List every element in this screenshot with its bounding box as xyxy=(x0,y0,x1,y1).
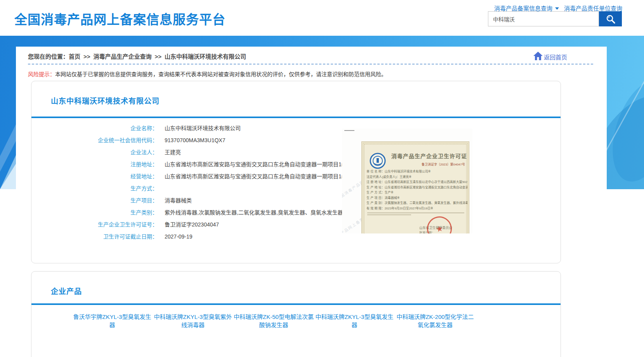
page-root: O OH 全国消毒产品网上备案信息服务平台 消毒产品备案信息查询 消毒产品责任单… xyxy=(0,0,644,357)
card-accent-rule xyxy=(31,117,561,118)
risk-notice-text: 本网站仅基于已掌握的信息提供查询服务，查询结果不代表本网站对被查询对象信用状况的… xyxy=(55,71,387,77)
field-label: 企业法人： xyxy=(31,149,158,156)
nav-link-responsible-unit-query[interactable]: 消毒产品责任单位查询 xyxy=(564,4,622,12)
search-button[interactable] xyxy=(599,11,622,26)
certificate-line: 法定代表人(或负责人)：王建亮※ xyxy=(366,174,467,180)
top-nav: 消毒产品备案信息查询 消毒产品责任单位查询 xyxy=(494,4,622,12)
certificate-line: 生 产 地 址：山东省潍坊市高新区潍安路与宝通街交叉路口东北角自动变速器一期项目… xyxy=(366,185,467,190)
seal-star: ★ xyxy=(435,223,444,233)
caret-down-icon xyxy=(555,7,559,10)
field-label: 经营地址： xyxy=(31,173,158,180)
field-label: 注册地址： xyxy=(31,161,158,168)
breadcrumb-prefix: 您现在的位置： xyxy=(28,53,69,60)
field-row-license-expiry: 卫生许可证截止日期：2027-09-19 xyxy=(31,233,420,240)
main-content-panel: 您现在的位置：首页>>消毒产品生产企业查询>>山东中科瑞沃环境技术有限公司 返回… xyxy=(16,47,607,357)
field-label: 企业统一社会信用代码： xyxy=(31,137,158,144)
certificate-line: 注 册 地 址：山东省潍坊高新区玉清东街以北中心次干道以西高新大厦502房间※ xyxy=(366,179,467,185)
certificate-number: 鲁卫消证字〔2023〕第04047号 xyxy=(422,162,465,166)
back-home-link[interactable]: 返回首页 xyxy=(533,51,567,61)
dashed-divider xyxy=(28,64,593,64)
field-label: 生产类别： xyxy=(31,209,158,216)
breadcrumb-separator: >> xyxy=(83,53,90,60)
nav-link-record-info-query[interactable]: 消毒产品备案信息查询 xyxy=(494,4,559,12)
certificate-body: 单 位 名 称：山东中科瑞沃环境技术有限公司※ 法定代表人(或负责人)：王建亮※… xyxy=(366,169,467,211)
field-value: 山东中科瑞沃环境技术有限公司 xyxy=(165,125,241,132)
field-label: 生产企业卫生许可证号： xyxy=(31,221,158,228)
breadcrumb: 您现在的位置：首页>>消毒产品生产企业查询>>山东中科瑞沃环境技术有限公司 xyxy=(28,52,246,60)
product-link[interactable]: 中科瑞沃牌ZK-50型电解法次氯酸钠发生器 xyxy=(233,313,314,329)
field-label: 卫生许可证截止日期： xyxy=(31,233,158,240)
field-label: 生产方式： xyxy=(31,185,158,192)
company-title: 山东中科瑞沃环境技术有限公司 xyxy=(51,95,160,106)
search-icon xyxy=(606,14,616,24)
health-emblem-icon xyxy=(370,153,386,169)
field-value: 消毒器械类 xyxy=(165,197,192,204)
license-certificate-image[interactable]: 全国消毒产品网上备案信息服务平台 全国消毒产品网上备案信息服务平台 全国消毒产品… xyxy=(342,129,472,233)
field-value: 2027-09-19 xyxy=(165,233,193,240)
product-link[interactable]: 中科瑞沃牌ZK-200型化学法二氧化氯发生器 xyxy=(395,313,476,329)
certificate-line: 生 产 方 式：生产※ xyxy=(366,190,467,195)
field-label: 生产项目： xyxy=(31,197,158,204)
company-products-card: 企业产品 鲁沃华宇牌ZKYL-3型臭氧发生器 中科瑞沃牌ZKYL-3型臭氧紫外线… xyxy=(31,271,561,357)
field-value: 鲁卫消证字202304047 xyxy=(165,221,219,228)
breadcrumb-home-link[interactable]: 首页 xyxy=(69,53,80,60)
field-value: 91370700MA3M3U1QX7 xyxy=(165,137,225,144)
risk-notice-label: 风险提示： xyxy=(28,71,55,77)
search-input[interactable] xyxy=(488,11,599,26)
certificate-paper: 消毒产品生产企业卫生许可证 鲁卫消证字〔2023〕第04047号 单 位 名 称… xyxy=(361,141,469,233)
risk-notice: 风险提示：本网站仅基于已掌握的信息提供查询服务，查询结果不代表本网站对被查询对象… xyxy=(28,70,387,78)
company-info-card: 山东中科瑞沃环境技术有限公司 企业名称：山东中科瑞沃环境技术有限公司 企业统一社… xyxy=(31,81,561,263)
certificate-fine-print xyxy=(367,212,464,216)
home-icon xyxy=(533,51,543,61)
field-value: 山东省潍坊市高新区潍安路与宝通街交叉路口东北角自动变速器一期项目1#厂房 xyxy=(165,161,356,168)
product-link[interactable]: 中科瑞沃牌ZKYL-3型臭氧发生器 xyxy=(314,313,395,329)
field-label: 企业名称： xyxy=(31,125,158,132)
product-link[interactable]: 鲁沃华宇牌ZKYL-3型臭氧发生器 xyxy=(72,313,153,329)
certificate-line: 单 位 名 称：山东中科瑞沃环境技术有限公司※ xyxy=(366,169,467,174)
breadcrumb-enterprise-query-link[interactable]: 消毒产品生产企业查询 xyxy=(94,53,152,60)
card-accent-rule xyxy=(31,303,561,305)
site-title: 全国消毒产品网上备案信息服务平台 xyxy=(14,9,226,28)
breadcrumb-separator: >> xyxy=(155,53,162,60)
certificate-line: 有 效 期 限：2023年9月20日至2027年9月19日※ xyxy=(366,206,467,211)
products-section-title: 企业产品 xyxy=(51,286,82,296)
product-link[interactable]: 中科瑞沃牌ZKYL-3型臭氧紫外线消毒器 xyxy=(153,313,233,329)
certificate-line: 生 产 项 目：消毒器械※ xyxy=(366,195,467,201)
breadcrumb-current: 山东中科瑞沃环境技术有限公司 xyxy=(165,53,246,60)
field-value: 山东省潍坊市高新区潍安路与宝通街交叉路口东北角自动变速器一期项目1#厂房 xyxy=(165,173,356,180)
certificate-line: 生 产 类 别：次氯酸钠发生器、二氧化氯发生器、臭氧发生器、紫外线消毒器※ xyxy=(366,200,467,206)
certificate-title: 消毒产品生产企业卫生许可证 xyxy=(391,152,469,160)
top-header: 全国消毒产品网上备案信息服务平台 消毒产品备案信息查询 消毒产品责任单位查询 xyxy=(0,0,644,36)
fine-print-line xyxy=(367,214,411,215)
fine-print-line xyxy=(367,212,464,213)
back-home-label: 返回首页 xyxy=(544,53,567,61)
field-value: 王建亮 xyxy=(165,149,181,156)
image-edge-dash xyxy=(344,130,354,131)
search-bar xyxy=(488,11,622,26)
product-list: 鲁沃华宇牌ZKYL-3型臭氧发生器 中科瑞沃牌ZKYL-3型臭氧紫外线消毒器 中… xyxy=(72,313,518,335)
